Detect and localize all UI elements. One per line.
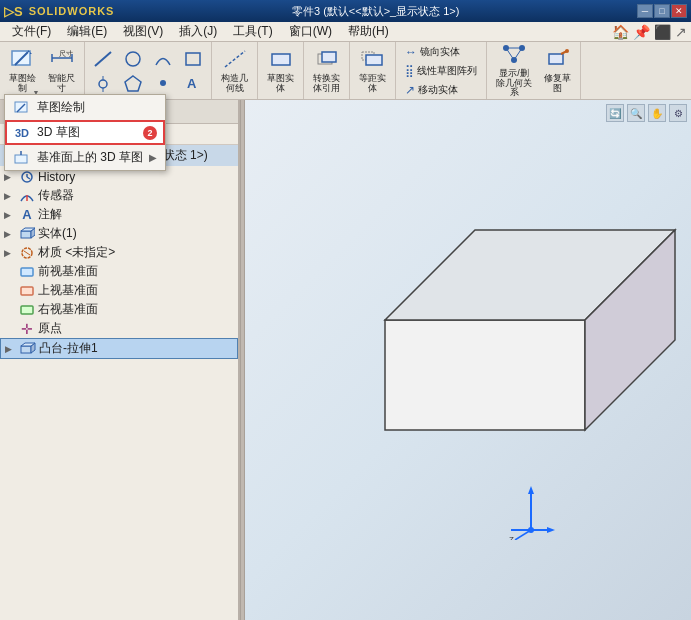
repair-sketch-button[interactable]: 修复草图	[539, 44, 576, 97]
top-plane-icon	[18, 283, 36, 299]
axis-indicator: Z	[501, 480, 561, 540]
top-plane-label: 上视基准面	[38, 282, 98, 299]
extrude1-icon	[19, 341, 37, 357]
front-plane-icon	[18, 264, 36, 280]
tree-item-top-plane[interactable]: ▶ 上视基准面	[0, 281, 238, 300]
svg-rect-52	[21, 287, 33, 295]
zoom-icon[interactable]: 🔍	[627, 104, 645, 122]
ribbon-group-sketch: 草图绘制 ▼ 尺寸 智能尺寸	[0, 42, 85, 99]
material-arrow: ▶	[4, 248, 16, 258]
text-button[interactable]: A	[179, 72, 207, 94]
move-icon: ↗	[405, 83, 415, 97]
svg-marker-57	[385, 320, 585, 430]
tree-item-sensor[interactable]: ▶ 传感器	[0, 186, 238, 205]
rect-button[interactable]	[179, 48, 207, 70]
arc-button[interactable]	[149, 48, 177, 70]
sidebar: P ▽ 🔧 零件3 (默认<<默认>_显示状态 1>) ▶	[0, 100, 240, 620]
close-button[interactable]: ✕	[671, 4, 687, 18]
smart-dimension-label: 智能尺寸	[48, 74, 75, 94]
svg-point-14	[160, 80, 166, 86]
show-delete-relations-button[interactable]: 显示/删除几何关系	[491, 44, 537, 97]
solid-icon	[18, 226, 36, 242]
tree-item-material[interactable]: ▶ 材质 <未指定>	[0, 243, 238, 262]
svg-rect-17	[272, 54, 290, 65]
menu-item-sketch[interactable]: 草图绘制	[5, 95, 165, 120]
ribbon-group-tools: A	[85, 42, 212, 99]
home-icon[interactable]: 📌	[633, 24, 650, 40]
3d-box-svg	[305, 140, 691, 460]
convert-entities-button[interactable]: 转换实体引用	[308, 44, 345, 97]
svg-rect-19	[322, 52, 336, 62]
svg-rect-51	[21, 268, 33, 276]
menu-edit[interactable]: 编辑(E)	[59, 21, 115, 42]
minimize-button[interactable]: ─	[637, 4, 653, 18]
pin-icon[interactable]: ⬛	[654, 24, 671, 40]
linear-pattern-icon: ⣿	[405, 64, 414, 78]
svg-point-65	[528, 527, 534, 533]
tree-item-solid[interactable]: ▶ 实体(1)	[0, 224, 238, 243]
offset-entities-label: 等距实体	[359, 74, 386, 94]
menu-insert[interactable]: 插入(J)	[171, 21, 225, 42]
circle-button[interactable]	[119, 48, 147, 70]
settings-icon[interactable]: ↗	[675, 24, 687, 40]
line-button[interactable]	[89, 48, 117, 70]
material-icon	[18, 245, 36, 261]
search-icon[interactable]: 🏠	[612, 24, 629, 40]
menu-item-3d-on-plane[interactable]: 基准面上的 3D 草图 ▶	[5, 145, 165, 170]
extrude1-label: 凸台-拉伸1	[39, 340, 98, 357]
smart-dimension-button[interactable]: 尺寸 智能尺寸	[43, 44, 80, 97]
polygon-button[interactable]	[119, 72, 147, 94]
spline-button[interactable]	[89, 72, 117, 94]
svg-rect-28	[549, 54, 563, 64]
mirror-entities-button[interactable]: ↔ 镜向实体	[400, 43, 482, 60]
svg-line-44	[27, 177, 30, 179]
menu-window[interactable]: 窗口(W)	[281, 21, 340, 42]
sketch-entity-button[interactable]: 草图实体	[262, 44, 299, 97]
svg-text:A: A	[187, 76, 197, 91]
menu-item-3d-label: 3D 草图	[37, 124, 80, 141]
menu-item-3d-plane-label: 基准面上的 3D 草图	[37, 149, 143, 166]
menu-item-3d-sketch[interactable]: 3D 3D 草图 2	[5, 120, 165, 145]
solid-label: 实体(1)	[38, 225, 77, 242]
offset-entities-button[interactable]: 等距实体	[354, 44, 391, 97]
sensor-icon	[18, 188, 36, 204]
window-title: 零件3 (默认<<默认>_显示状态 1>)	[114, 4, 637, 19]
menu-view[interactable]: 视图(V)	[115, 21, 171, 42]
history-label: History	[38, 170, 75, 184]
menu-help[interactable]: 帮助(H)	[340, 21, 397, 42]
svg-line-26	[506, 48, 514, 60]
sketch-draw-button[interactable]: 草图绘制 ▼	[4, 44, 41, 97]
maximize-button[interactable]: □	[654, 4, 670, 18]
dropdown-menu: 草图绘制 3D 3D 草图 2 基准面上的 3D 草图 ▶	[4, 94, 166, 171]
origin-icon: ✛	[18, 321, 36, 337]
menu-file[interactable]: 文件(F)	[4, 21, 59, 42]
rotate-view-icon[interactable]: 🔄	[606, 104, 624, 122]
menu-item-sketch-label: 草图绘制	[37, 99, 85, 116]
linear-pattern-button[interactable]: ⣿ 线性草图阵列	[400, 62, 482, 79]
move-entities-button[interactable]: ↗ 移动实体	[400, 81, 482, 98]
right-plane-label: 右视基准面	[38, 301, 98, 318]
svg-line-7	[95, 52, 111, 66]
dropdown-overlay: 草图绘制 3D 3D 草图 2 基准面上的 3D 草图 ▶	[4, 94, 166, 171]
title-bar: ▷S SOLIDWORKS 零件3 (默认<<默认>_显示状态 1>) ─ □ …	[0, 0, 691, 22]
tree-item-front-plane[interactable]: ▶ 前视基准面	[0, 262, 238, 281]
settings-view-icon[interactable]: ⚙	[669, 104, 687, 122]
menu-tools[interactable]: 工具(T)	[225, 21, 280, 42]
point-button[interactable]	[149, 72, 177, 94]
svg-rect-53	[21, 306, 33, 314]
history-icon	[18, 169, 36, 185]
tree-item-extrude1[interactable]: ▶ 凸台-拉伸1	[0, 338, 238, 359]
entity-icon	[268, 48, 294, 72]
annotation-label: 注解	[38, 206, 62, 223]
3d-plane-menu-icon	[13, 151, 31, 165]
svg-rect-54	[21, 346, 31, 353]
pan-icon[interactable]: ✋	[648, 104, 666, 122]
tree-item-annotation[interactable]: ▶ A 注解	[0, 205, 238, 224]
construct-line-button[interactable]: 构造几何线	[216, 44, 253, 97]
construct-icon	[222, 48, 248, 72]
tree-item-origin[interactable]: ▶ ✛ 原点	[0, 319, 238, 338]
mirror-label: 镜向实体	[420, 45, 460, 59]
svg-line-50	[24, 251, 30, 255]
menu-bar: 文件(F) 编辑(E) 视图(V) 插入(J) 工具(T) 窗口(W) 帮助(H…	[0, 22, 691, 42]
tree-item-right-plane[interactable]: ▶ 右视基准面	[0, 300, 238, 319]
